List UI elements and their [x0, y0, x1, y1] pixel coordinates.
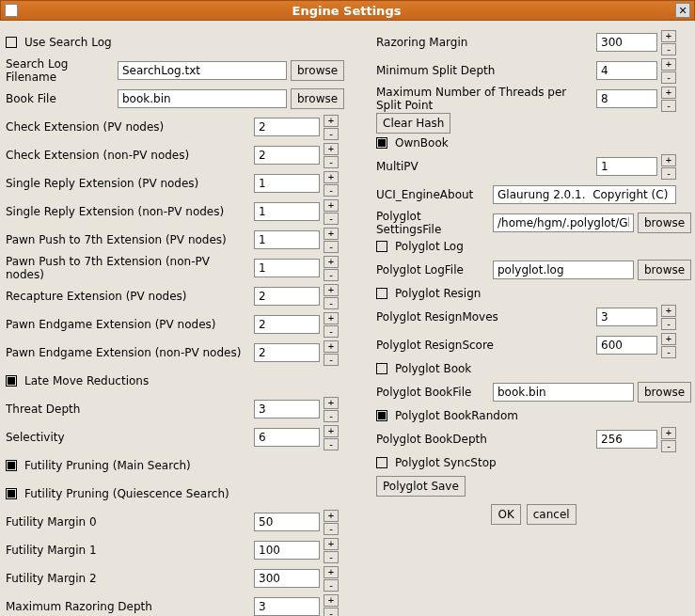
pawn-push-pv-label: Pawn Push to 7th Extension (PV nodes)	[6, 233, 250, 246]
multipv-down-button[interactable]: -	[661, 167, 676, 180]
single-reply-pv-input[interactable]	[254, 174, 320, 193]
fut-margin-2-input[interactable]	[254, 569, 320, 588]
check-ext-nonpv-down-button[interactable]: -	[324, 156, 339, 168]
poly-resign-moves-down-button[interactable]: -	[661, 318, 676, 330]
single-reply-nonpv-down-button[interactable]: -	[324, 213, 339, 225]
check-ext-pv-input[interactable]	[254, 118, 320, 136]
check-ext-nonpv-up-button[interactable]: +	[324, 143, 339, 155]
poly-book-depth-input[interactable]	[596, 430, 657, 449]
min-split-depth-input[interactable]	[596, 61, 657, 80]
titlebar: Engine Settings ✕	[0, 0, 695, 21]
ownbook-checkbox[interactable]	[376, 137, 387, 149]
poly-book-file-browse-button[interactable]: browse	[638, 382, 691, 403]
fut-margin-2-down-button[interactable]: -	[324, 579, 339, 592]
clear-hash-button[interactable]: Clear Hash	[376, 113, 450, 134]
single-reply-pv-down-button[interactable]: -	[324, 184, 339, 197]
max-raz-depth-input[interactable]	[254, 597, 320, 616]
pawn-push-nonpv-input[interactable]	[254, 259, 320, 277]
pawn-push-pv-down-button[interactable]: -	[324, 241, 339, 253]
single-reply-pv-up-button[interactable]: +	[324, 171, 339, 183]
max-threads-input[interactable]	[596, 89, 657, 108]
fut-margin-2-up-button[interactable]: +	[324, 566, 339, 578]
check-ext-pv-up-button[interactable]: +	[324, 115, 339, 127]
pawn-endgame-pv-input[interactable]	[254, 315, 320, 334]
poly-book-checkbox[interactable]	[376, 363, 387, 374]
fut-margin-1-input[interactable]	[254, 541, 320, 560]
poly-settings-file-input[interactable]	[493, 213, 634, 232]
min-split-depth-up-button[interactable]: +	[661, 58, 676, 71]
razoring-margin-down-button[interactable]: -	[661, 43, 676, 55]
poly-resign-moves-input[interactable]	[596, 308, 657, 326]
use-search-log-checkbox[interactable]	[6, 37, 17, 48]
max-raz-depth-down-button[interactable]: -	[324, 608, 339, 617]
poly-save-button[interactable]: Polyglot Save	[376, 476, 466, 497]
single-reply-nonpv-up-button[interactable]: +	[324, 199, 339, 212]
recapture-pv-up-button[interactable]: +	[324, 284, 339, 296]
single-reply-nonpv-input[interactable]	[254, 202, 320, 221]
pawn-push-pv-input[interactable]	[254, 230, 320, 249]
selectivity-up-button[interactable]: +	[324, 425, 339, 437]
selectivity-down-button[interactable]: -	[324, 438, 339, 450]
pawn-endgame-nonpv-input[interactable]	[254, 343, 320, 362]
cancel-button[interactable]: cancel	[527, 504, 577, 525]
pawn-push-pv-up-button[interactable]: +	[324, 228, 339, 240]
ownbook-label: OwnBook	[395, 136, 452, 150]
fut-margin-1-label: Futility Margin 1	[6, 544, 250, 557]
check-ext-nonpv-input[interactable]	[254, 146, 320, 165]
poly-resign-checkbox[interactable]	[376, 288, 387, 299]
poly-book-random-checkbox[interactable]	[376, 410, 387, 421]
fut-margin-1-down-button[interactable]: -	[324, 551, 339, 563]
threat-depth-down-button[interactable]: -	[324, 410, 339, 422]
pawn-endgame-pv-up-button[interactable]: +	[324, 312, 339, 324]
pawn-push-nonpv-up-button[interactable]: +	[324, 256, 339, 268]
poly-book-file-input[interactable]	[493, 383, 634, 402]
threat-depth-up-button[interactable]: +	[324, 397, 339, 409]
book-file-browse-button[interactable]: browse	[291, 88, 344, 109]
poly-log-file-browse-button[interactable]: browse	[638, 260, 691, 280]
fut-margin-0-input[interactable]	[254, 513, 320, 531]
poly-resign-score-up-button[interactable]: +	[661, 333, 676, 345]
selectivity-input[interactable]	[254, 428, 320, 447]
razoring-margin-up-button[interactable]: +	[661, 30, 676, 42]
pawn-endgame-nonpv-up-button[interactable]: +	[324, 340, 339, 353]
poly-resign-score-input[interactable]	[596, 336, 657, 355]
recapture-pv-input[interactable]	[254, 287, 320, 306]
poly-resign-score-label: Polyglot ResignScore	[376, 339, 592, 352]
pawn-push-nonpv-down-button[interactable]: -	[324, 269, 339, 281]
search-log-filename-input[interactable]	[118, 61, 287, 80]
poly-log-checkbox[interactable]	[376, 241, 387, 252]
poly-book-depth-down-button[interactable]: -	[661, 440, 676, 452]
poly-resign-score-down-button[interactable]: -	[661, 346, 676, 358]
late-move-reductions-checkbox[interactable]	[6, 375, 17, 387]
poly-book-depth-up-button[interactable]: +	[661, 427, 676, 439]
futility-main-label: Futility Pruning (Main Search)	[24, 459, 195, 472]
futility-quies-checkbox[interactable]	[6, 488, 17, 499]
multipv-input[interactable]	[596, 157, 657, 176]
fut-margin-0-down-button[interactable]: -	[324, 523, 339, 535]
book-file-input[interactable]	[118, 89, 287, 108]
futility-quies-label: Futility Pruning (Quiescence Search)	[24, 487, 233, 500]
max-raz-depth-up-button[interactable]: +	[324, 594, 339, 607]
max-threads-up-button[interactable]: +	[661, 87, 676, 99]
ok-button[interactable]: OK	[491, 504, 520, 525]
fut-margin-1-up-button[interactable]: +	[324, 538, 339, 550]
recapture-pv-down-button[interactable]: -	[324, 297, 339, 309]
max-threads-down-button[interactable]: -	[661, 100, 676, 112]
poly-settings-file-browse-button[interactable]: browse	[638, 213, 691, 233]
min-split-depth-down-button[interactable]: -	[661, 71, 676, 84]
poly-syncstop-checkbox[interactable]	[376, 457, 387, 468]
razoring-margin-input[interactable]	[596, 33, 657, 52]
poly-resign-moves-up-button[interactable]: +	[661, 305, 676, 317]
futility-main-checkbox[interactable]	[6, 460, 17, 471]
window-icon	[5, 4, 18, 17]
search-log-browse-button[interactable]: browse	[291, 60, 344, 81]
pawn-endgame-pv-down-button[interactable]: -	[324, 325, 339, 338]
pawn-endgame-nonpv-down-button[interactable]: -	[324, 354, 339, 366]
threat-depth-input[interactable]	[254, 400, 320, 419]
poly-log-file-input[interactable]	[493, 261, 634, 279]
check-ext-pv-down-button[interactable]: -	[324, 128, 339, 140]
fut-margin-0-up-button[interactable]: +	[324, 510, 339, 522]
close-button[interactable]: ✕	[675, 3, 690, 18]
threat-depth-label: Threat Depth	[6, 403, 250, 416]
multipv-up-button[interactable]: +	[661, 154, 676, 166]
